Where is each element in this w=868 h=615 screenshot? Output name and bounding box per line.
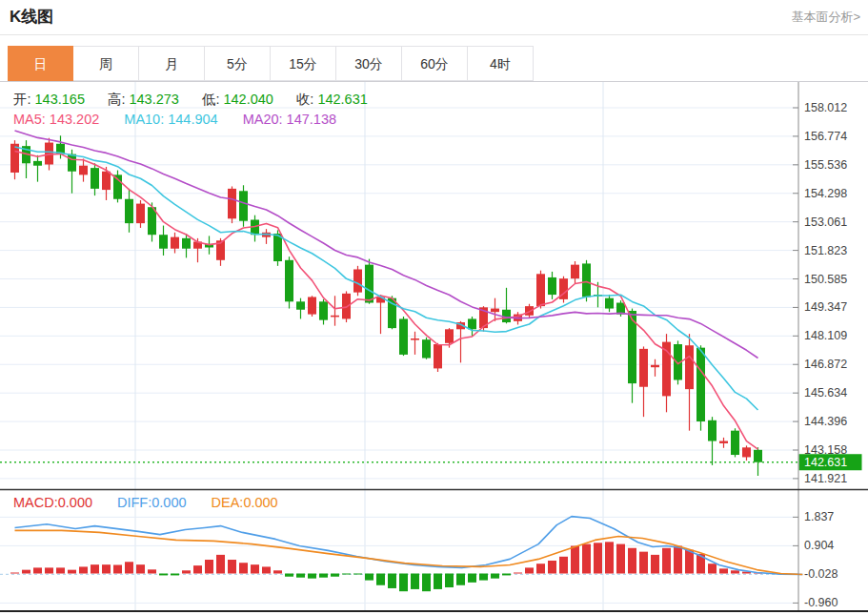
- candle-body: [754, 450, 762, 462]
- candle-body: [582, 263, 591, 297]
- candle-body: [125, 199, 133, 223]
- macd-bar: [514, 573, 522, 574]
- candle-body: [319, 301, 328, 319]
- candle-body: [251, 220, 259, 236]
- macd-bar: [148, 569, 156, 573]
- macd-bar: [285, 574, 293, 577]
- tab-30min[interactable]: 30分: [336, 46, 402, 81]
- ma10-value: MA10: 144.904: [124, 112, 217, 127]
- open-label: 开:: [13, 92, 31, 107]
- macd-bar: [559, 557, 568, 574]
- macd-bar: [651, 555, 659, 574]
- candle-body: [136, 204, 145, 224]
- macd-bar: [731, 570, 739, 573]
- y-axis-label: 141.921: [804, 472, 847, 485]
- candle-body: [651, 365, 659, 367]
- candle-body: [491, 309, 499, 313]
- candle-body: [479, 307, 488, 328]
- macd-bar: [742, 572, 751, 574]
- tab-day[interactable]: 日: [8, 46, 73, 81]
- macd-bar: [399, 574, 408, 592]
- macd-bar: [628, 548, 636, 574]
- candle-body: [594, 295, 602, 297]
- macd-bar: [182, 570, 191, 573]
- macd-bar: [468, 574, 476, 583]
- y-axis-label: 154.298: [804, 187, 847, 200]
- candle-body: [559, 278, 568, 299]
- close-pair: 收:142.631: [296, 91, 368, 109]
- macd-axis-label: 0.904: [804, 539, 834, 552]
- macd-bar: [525, 567, 534, 573]
- tab-month[interactable]: 月: [139, 46, 205, 81]
- candle-body: [308, 297, 316, 314]
- y-axis-label: 145.634: [804, 386, 847, 400]
- candle-body: [171, 237, 179, 249]
- fundamental-analysis-link[interactable]: 基本面分析>: [791, 9, 860, 26]
- macd-bar: [411, 574, 419, 589]
- open-pair: 开:143.165: [13, 91, 85, 109]
- macd-bar: [708, 564, 717, 573]
- ma5-line: [15, 152, 758, 450]
- macd-bar: [696, 554, 705, 574]
- candle-body: [708, 420, 717, 441]
- y-axis-label: 158.012: [804, 101, 847, 114]
- candle-body: [33, 161, 42, 166]
- macd-bar: [662, 548, 671, 574]
- candle-body: [10, 144, 19, 173]
- candle-body: [399, 318, 408, 354]
- macd-bar: [22, 570, 30, 574]
- macd-bar: [353, 574, 362, 575]
- macd-bar: [33, 567, 42, 573]
- candle-body: [353, 269, 362, 292]
- candle-body: [148, 207, 156, 235]
- macd-bar: [376, 574, 385, 585]
- candle-body: [456, 322, 465, 329]
- candle-body: [742, 447, 751, 457]
- tab-60min[interactable]: 60分: [402, 46, 468, 81]
- macd-bar: [388, 574, 396, 588]
- tab-week[interactable]: 周: [73, 46, 139, 81]
- candle-body: [696, 348, 705, 421]
- header-divider: [0, 34, 868, 35]
- tab-5min[interactable]: 5分: [205, 46, 271, 81]
- macd-bar: [719, 568, 728, 573]
- macd-bar: [639, 552, 648, 574]
- macd-bar: [331, 574, 339, 577]
- macd-axis-label: -0.960: [804, 596, 838, 609]
- macd-bar: [45, 567, 53, 573]
- candle-body: [685, 345, 694, 389]
- macd-bar: [342, 574, 351, 575]
- candle-body: [388, 298, 396, 328]
- tab-15min[interactable]: 15分: [271, 46, 336, 81]
- high-pair: 高:143.273: [108, 91, 179, 109]
- macd-bar: [479, 574, 488, 581]
- candle-body: [45, 143, 53, 165]
- candle-body: [719, 441, 728, 443]
- macd-bar: [228, 560, 236, 573]
- candle-body: [365, 265, 373, 303]
- macd-axis-label: 1.837: [804, 510, 834, 523]
- macd-bar: [10, 573, 19, 574]
- timeframe-tab-bar: 日周月5分15分30分60分4时: [8, 46, 534, 82]
- macd-bar: [456, 574, 465, 585]
- candle-body: [536, 274, 545, 306]
- macd-histogram-layer: [10, 542, 762, 591]
- low-value: 142.040: [223, 92, 273, 107]
- dea-line: [15, 530, 803, 574]
- candle-body: [56, 144, 65, 154]
- candle-body: [262, 233, 271, 237]
- macd-bar: [273, 570, 282, 573]
- macd-bar: [434, 574, 442, 589]
- high-label: 高:: [108, 92, 126, 107]
- macd-bar: [125, 562, 133, 573]
- macd-bar: [685, 550, 694, 574]
- candle-body: [571, 265, 579, 279]
- tab-4hour[interactable]: 4时: [468, 46, 534, 81]
- macd-axis-label: -0.028: [804, 567, 838, 581]
- y-axis-label: 150.585: [804, 273, 847, 286]
- macd-bar: [159, 574, 168, 576]
- macd-bar: [571, 546, 579, 574]
- macd-bar: [216, 555, 225, 574]
- candle-body: [68, 154, 76, 172]
- macd-bar: [193, 565, 202, 573]
